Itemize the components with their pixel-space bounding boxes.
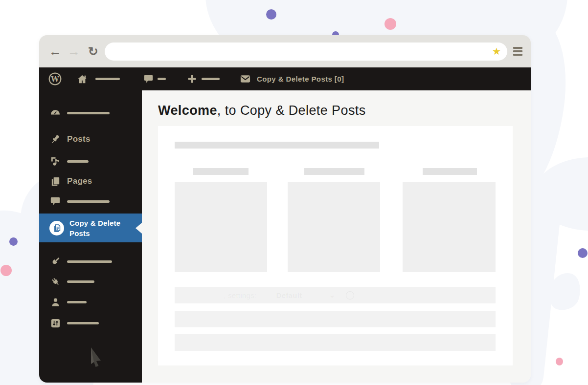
browser-window: ← → ↻ ★ W bbox=[39, 35, 531, 383]
page-title: Welcome, to Copy & Delete Posts bbox=[158, 103, 366, 118]
ghost-help-icon bbox=[346, 291, 354, 299]
new-label-placeholder[interactable] bbox=[202, 78, 220, 80]
decor-dot-purple bbox=[266, 9, 276, 20]
sidebar-item-media[interactable] bbox=[39, 154, 142, 169]
site-name-placeholder[interactable] bbox=[95, 78, 120, 80]
pages-icon bbox=[49, 176, 61, 187]
media-icon bbox=[49, 156, 61, 167]
row-placeholder bbox=[175, 334, 496, 351]
wordpress-logo-icon[interactable]: W bbox=[48, 72, 62, 86]
welcome-card: , settings: Default ⌄ bbox=[158, 126, 513, 365]
comments-bubble-icon[interactable] bbox=[143, 74, 154, 84]
envelope-icon[interactable] bbox=[240, 73, 251, 85]
browser-menu-icon[interactable] bbox=[513, 47, 522, 56]
sidebar-item-appearance[interactable] bbox=[39, 254, 142, 269]
new-content-plus-icon[interactable] bbox=[187, 74, 197, 84]
tools-icon bbox=[49, 318, 61, 329]
comments-icon bbox=[49, 196, 61, 207]
users-icon bbox=[49, 297, 61, 308]
sidebar-item-comments[interactable] bbox=[39, 194, 142, 209]
sidebar-item-label: Posts bbox=[67, 134, 90, 144]
svg-text:W: W bbox=[50, 75, 59, 83]
sidebar-item-tools[interactable] bbox=[39, 316, 142, 330]
dashboard-icon bbox=[49, 107, 61, 119]
back-button[interactable]: ← bbox=[49, 45, 62, 58]
sidebar-item-copy-delete-posts-active[interactable]: Copy & Delete Posts bbox=[39, 214, 142, 242]
menu-label-placeholder bbox=[67, 160, 89, 163]
column-heading-placeholder bbox=[304, 168, 364, 175]
menu-label-placeholder bbox=[67, 322, 99, 324]
pushpin-icon bbox=[49, 133, 61, 145]
sidebar-item-pages[interactable]: Pages bbox=[39, 174, 142, 189]
content-box-placeholder bbox=[175, 182, 267, 272]
text-placeholder bbox=[175, 142, 379, 149]
column-heading-placeholder bbox=[193, 168, 249, 175]
content-box-placeholder bbox=[403, 182, 496, 272]
main-content: Welcome, to Copy & Delete Posts , settin… bbox=[142, 90, 531, 383]
address-bar[interactable]: ★ bbox=[105, 43, 507, 61]
sidebar-item-label: Pages bbox=[67, 176, 92, 186]
wp-admin-sidebar: Posts bbox=[39, 90, 142, 383]
copy-document-icon bbox=[49, 221, 64, 235]
sidebar-item-users[interactable] bbox=[39, 295, 142, 309]
column-heading-placeholder bbox=[423, 168, 477, 175]
home-icon[interactable] bbox=[77, 74, 88, 85]
sidebar-item-plugins[interactable] bbox=[39, 274, 142, 289]
sidebar-item-dashboard[interactable] bbox=[39, 106, 142, 120]
decor-dot-pink bbox=[556, 358, 563, 365]
content-box-placeholder bbox=[288, 182, 380, 272]
menu-label-placeholder bbox=[67, 260, 112, 263]
admin-bar-plugin-label[interactable]: Copy & Delete Posts [0] bbox=[257, 75, 344, 83]
decor-dot-purple bbox=[578, 248, 588, 258]
decor-dot-purple bbox=[9, 237, 18, 246]
menu-label-placeholder bbox=[67, 200, 110, 203]
appearance-brush-icon bbox=[49, 256, 61, 267]
bookmark-star-icon[interactable]: ★ bbox=[492, 46, 501, 56]
ghost-settings-row: , settings: Default ⌄ bbox=[224, 291, 354, 299]
comment-count-placeholder[interactable] bbox=[158, 78, 166, 80]
menu-label-placeholder bbox=[67, 280, 94, 283]
sidebar-item-posts[interactable]: Posts bbox=[39, 132, 142, 147]
decor-dot-pink bbox=[384, 18, 396, 30]
plugins-plug-icon bbox=[49, 276, 61, 287]
row-placeholder: , settings: Default ⌄ bbox=[175, 287, 496, 303]
wp-admin-bar: W Copy & Delete Posts [0] bbox=[39, 67, 531, 90]
active-menu-arrow bbox=[136, 223, 142, 234]
forward-button[interactable]: → bbox=[68, 45, 80, 58]
sidebar-item-label: Copy & Delete Posts bbox=[69, 218, 120, 238]
row-placeholder bbox=[175, 311, 496, 327]
reload-button[interactable]: ↻ bbox=[88, 45, 98, 58]
browser-toolbar: ← → ↻ ★ bbox=[39, 35, 531, 67]
decor-dot-pink bbox=[0, 265, 12, 276]
menu-label-placeholder bbox=[67, 301, 87, 303]
mouse-cursor bbox=[90, 347, 103, 369]
menu-label-placeholder bbox=[67, 112, 110, 114]
